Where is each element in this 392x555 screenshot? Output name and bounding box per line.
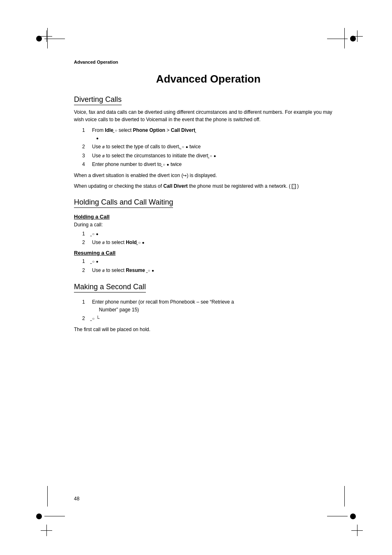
section-holding-calls: Holding Calls and Call Waiting Holding a… [74, 198, 343, 274]
holding-calls-heading: Holding Calls and Call Waiting [74, 198, 173, 208]
diverting-calls-intro: Voice, fax and data calls can be diverte… [74, 108, 343, 123]
section-diverting-calls: Diverting Calls Voice, fax and data call… [74, 95, 343, 190]
section-label: Advanced Operation [74, 60, 343, 64]
reg-hline-br [327, 516, 348, 516]
corner-mark-br [350, 514, 356, 519]
holding-a-call-subheading: Holding a Call [74, 214, 343, 220]
reg-vline-bl [47, 486, 48, 507]
during-call-text: During a call: [74, 221, 343, 228]
list-item: 1 ̼○ ● [82, 230, 343, 238]
second-call-note: The first call will be placed on hold. [74, 326, 343, 333]
diverting-note2: When updating or checking the status of … [74, 182, 343, 190]
diverting-note1: When a divert situation is enabled the d… [74, 172, 343, 179]
page-number: 48 [74, 496, 79, 502]
list-item: 1 ̼○ ● [82, 258, 343, 265]
second-call-steps: 1 Enter phone number (or recall from Pho… [82, 298, 343, 323]
holding-steps: 1 ̼○ ● 2 Use ø to select Hold ̼○ ● [82, 230, 343, 246]
list-item: 1 Enter phone number (or recall from Pho… [82, 298, 343, 314]
section-making-second-call: Making a Second Call 1 Enter phone numbe… [74, 283, 343, 334]
content-area: Advanced Operation Advanced Operation Di… [74, 60, 343, 489]
reg-vline-br [344, 486, 345, 507]
list-item: 2 Use ø to select Hold ̼○ ● [82, 239, 343, 246]
corner-mark-bl [36, 514, 42, 519]
reg-hline-bl [44, 516, 65, 516]
list-item: 2 Use ø to select Resume ̼○ ● [82, 267, 343, 274]
main-title: Advanced Operation [74, 73, 343, 85]
reg-vline-tr [344, 28, 345, 48]
holding-a-call: Holding a Call During a call: 1 ̼○ ● 2 U… [74, 214, 343, 246]
resuming-a-call: Resuming a Call 1 ̼○ ● 2 Use ø to select… [74, 250, 343, 274]
list-item: 1 From Idle ̼○ select Phone Option > Cal… [82, 127, 343, 142]
diverting-calls-steps: 1 From Idle ̼○ select Phone Option > Cal… [82, 127, 343, 168]
list-item: 2 ̼○ └ [82, 315, 343, 322]
making-second-call-heading: Making a Second Call [74, 283, 146, 292]
list-item: 3 Use ø to select the circumstances to i… [82, 152, 343, 160]
diverting-calls-heading: Diverting Calls [74, 95, 122, 105]
list-item: 4 Enter phone number to divert to ̼○ ● t… [82, 161, 343, 168]
page: Advanced Operation Advanced Operation Di… [0, 0, 392, 555]
resuming-steps: 1 ̼○ ● 2 Use ø to select Resume ̼○ ● [82, 258, 343, 274]
list-item: 2 Use ø to select the type of calls to d… [82, 143, 343, 151]
resuming-a-call-subheading: Resuming a Call [74, 250, 343, 256]
